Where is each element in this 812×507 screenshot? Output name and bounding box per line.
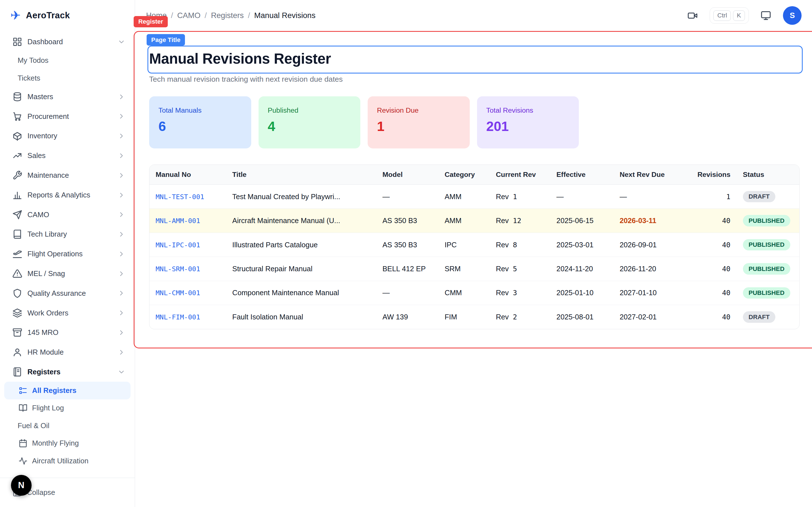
manual-no-link[interactable]: MNL-SRM-001 bbox=[156, 265, 200, 273]
chevron-down-icon bbox=[117, 38, 125, 46]
stat-card-total-revisions: Total Revisions 201 bbox=[477, 96, 579, 149]
manual-category: IPC bbox=[439, 233, 490, 257]
list-grid-icon bbox=[18, 386, 28, 395]
sidebar-item-tickets[interactable]: Tickets bbox=[4, 69, 131, 87]
breadcrumb-home[interactable]: Home bbox=[146, 11, 167, 20]
manual-no-link[interactable]: MNL-FIM-001 bbox=[156, 313, 200, 321]
sidebar-item-hr-module[interactable]: HR Module bbox=[4, 342, 131, 362]
table-row[interactable]: MNL-FIM-001 Fault Isolation Manual AW 13… bbox=[149, 305, 799, 329]
col-manual-no: Manual No bbox=[149, 165, 226, 184]
manual-title: Component Maintenance Manual bbox=[226, 281, 376, 305]
command-palette-shortcut[interactable]: Ctrl K bbox=[710, 7, 749, 23]
manual-model: — bbox=[376, 281, 438, 305]
manual-no-link[interactable]: MNL-IPC-001 bbox=[156, 241, 200, 249]
bar-chart-icon bbox=[12, 190, 22, 200]
table-row[interactable]: MNL-SRM-001 Structural Repair Manual BEL… bbox=[149, 257, 799, 281]
table-row[interactable]: MNL-IPC-001 Illustrated Parts Catalogue … bbox=[149, 233, 799, 257]
chevron-right-icon bbox=[117, 309, 125, 317]
manual-effective: 2025-01-10 bbox=[550, 281, 613, 305]
sidebar-item-tech-library[interactable]: Tech Library bbox=[4, 224, 131, 244]
app-logo[interactable]: ✈ AeroTrack bbox=[0, 0, 135, 31]
app-name: AeroTrack bbox=[26, 10, 70, 20]
sidebar-item-procurement[interactable]: Procurement bbox=[4, 107, 131, 126]
manual-category: AMM bbox=[439, 184, 490, 209]
manual-category: CMM bbox=[439, 281, 490, 305]
manual-title: Fault Isolation Manual bbox=[226, 305, 376, 329]
shield-icon bbox=[12, 288, 22, 298]
col-current-rev: Current Rev bbox=[490, 165, 550, 184]
manual-next-rev-due: 2026-11-20 bbox=[613, 257, 691, 281]
manual-no-link[interactable]: MNL-AMM-001 bbox=[156, 217, 200, 225]
col-title: Title bbox=[226, 165, 376, 184]
status-badge: DRAFT bbox=[743, 191, 775, 202]
col-revisions: Revisions bbox=[691, 165, 737, 184]
sidebar-item-aircraft-utilization[interactable]: Aircraft Utilization bbox=[4, 452, 131, 469]
chevron-right-icon bbox=[117, 250, 125, 258]
screen-record-button[interactable] bbox=[683, 6, 702, 25]
stat-card-published: Published 4 bbox=[259, 96, 361, 149]
sidebar-item-sales[interactable]: Sales bbox=[4, 146, 131, 166]
trending-up-icon bbox=[12, 151, 22, 161]
page-subtitle: Tech manual revision tracking with next … bbox=[149, 74, 799, 84]
chevron-right-icon bbox=[117, 329, 125, 337]
sidebar-item-work-orders[interactable]: Work Orders bbox=[4, 303, 131, 323]
col-category: Category bbox=[439, 165, 490, 184]
layers-icon bbox=[12, 308, 22, 318]
display-mode-button[interactable] bbox=[757, 6, 775, 25]
table-row[interactable]: MNL-TEST-001 Test Manual Created by Play… bbox=[149, 184, 799, 209]
sidebar-item-flight-operations[interactable]: Flight Operations bbox=[4, 244, 131, 264]
manual-current-rev: Rev3 bbox=[490, 281, 550, 305]
sidebar-item-camo[interactable]: CAMO bbox=[4, 205, 131, 224]
col-effective: Effective bbox=[550, 165, 613, 184]
sidebar-item-monthly-flying[interactable]: Monthly Flying bbox=[4, 435, 131, 452]
manual-current-rev: Rev8 bbox=[490, 233, 550, 257]
chevron-down-icon bbox=[117, 368, 125, 376]
manual-category: FIM bbox=[439, 305, 490, 329]
notebook-icon bbox=[12, 367, 22, 377]
topbar-actions: Ctrl K S bbox=[683, 6, 802, 25]
manual-next-rev-due: 2027-02-01 bbox=[613, 305, 691, 329]
activity-icon bbox=[18, 457, 28, 465]
manual-no-link[interactable]: MNL-CMM-001 bbox=[156, 289, 200, 297]
video-camera-icon bbox=[688, 10, 698, 21]
register-page: Manual Revisions Register Tech manual re… bbox=[135, 31, 812, 329]
sidebar-item-145-mro[interactable]: 145 MRO bbox=[4, 323, 131, 342]
manual-current-rev: Rev12 bbox=[490, 209, 550, 233]
wrench-icon bbox=[12, 170, 22, 180]
manual-effective: 2025-08-01 bbox=[550, 305, 613, 329]
breadcrumb-current-page: Manual Revisions bbox=[254, 11, 315, 20]
status-badge: PUBLISHED bbox=[743, 263, 790, 274]
sidebar-item-inventory[interactable]: Inventory bbox=[4, 126, 131, 146]
book-open-icon bbox=[18, 404, 28, 412]
plane-logo-icon: ✈ bbox=[10, 9, 21, 22]
sidebar-item-flight-log[interactable]: Flight Log bbox=[4, 399, 131, 417]
sidebar-item-all-registers[interactable]: All Registers bbox=[4, 382, 131, 399]
manual-category: SRM bbox=[439, 257, 490, 281]
user-avatar[interactable]: S bbox=[783, 6, 802, 25]
breadcrumb-camo[interactable]: CAMO bbox=[177, 11, 200, 20]
manual-effective: 2024-11-20 bbox=[550, 257, 613, 281]
sidebar-item-quality-assurance[interactable]: Quality Assurance bbox=[4, 283, 131, 303]
devtools-badge[interactable]: N bbox=[11, 475, 32, 496]
main-area: Home / CAMO / Registers / Manual Revisio… bbox=[135, 0, 812, 507]
breadcrumb-registers[interactable]: Registers bbox=[211, 11, 244, 20]
user-icon bbox=[12, 347, 22, 357]
manual-effective: 2025-06-15 bbox=[550, 209, 613, 233]
sidebar-item-reports-analytics[interactable]: Reports & Analytics bbox=[4, 185, 131, 205]
manual-revisions-count: 40 bbox=[691, 257, 737, 281]
chevron-right-icon bbox=[117, 112, 125, 120]
manual-no-link[interactable]: MNL-TEST-001 bbox=[156, 193, 204, 201]
chevron-right-icon bbox=[117, 132, 125, 140]
table-row[interactable]: MNL-CMM-001 Component Maintenance Manual… bbox=[149, 281, 799, 305]
sidebar-item-masters[interactable]: Masters bbox=[4, 87, 131, 107]
stat-card-revision-due: Revision Due 1 bbox=[368, 96, 470, 149]
sidebar-item-dashboard[interactable]: Dashboard bbox=[4, 32, 131, 52]
sidebar-item-registers[interactable]: Registers bbox=[4, 362, 131, 382]
sidebar-item-my-todos[interactable]: My Todos bbox=[4, 52, 131, 69]
sidebar-item-mel-snag[interactable]: MEL / Snag bbox=[4, 264, 131, 284]
breadcrumb-separator: / bbox=[171, 11, 173, 20]
sidebar-item-fuel-oil[interactable]: Fuel & Oil bbox=[4, 417, 131, 434]
table-row[interactable]: MNL-AMM-001 Aircraft Maintenance Manual … bbox=[149, 209, 799, 233]
dashboard-grid-icon bbox=[12, 37, 22, 47]
sidebar-item-maintenance[interactable]: Maintenance bbox=[4, 166, 131, 185]
